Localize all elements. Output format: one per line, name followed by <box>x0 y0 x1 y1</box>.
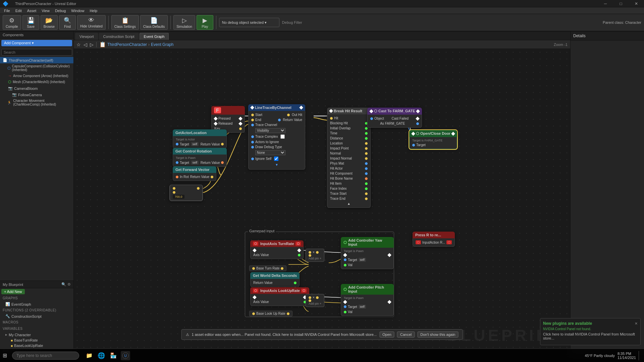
settings-my-blueprint-icon[interactable]: ⚙ <box>67 282 71 287</box>
component-item-camerabloom[interactable]: 📷 CameraBloom <box>0 85 73 92</box>
variable-base-turn-rate[interactable]: ■ BaseTurnRate <box>0 338 73 343</box>
taskbar-file-explorer[interactable]: 📁 <box>85 351 94 360</box>
find-button[interactable]: 🔍 Find <box>59 15 76 30</box>
tab-event-graph[interactable]: Event Graph <box>140 33 169 40</box>
notif-close-button[interactable]: ✕ <box>635 321 638 326</box>
pin-pitch-targetdot <box>344 305 346 308</box>
menu-file[interactable]: File <box>1 8 13 13</box>
taskbar-search[interactable] <box>12 352 79 360</box>
expand-linetrace[interactable]: ▼ <box>249 162 305 168</box>
menu-help[interactable]: Help <box>87 8 100 13</box>
class-defaults-button[interactable]: 📄 Class Defaults <box>140 15 168 30</box>
back-icon[interactable]: ◁ <box>84 42 87 47</box>
gamepad-add-pin[interactable]: Add pin + <box>309 257 321 260</box>
compile-button[interactable]: ⚙ Compile <box>3 15 21 30</box>
dont-show-button[interactable]: Don't show this again <box>417 331 458 338</box>
minimize-button[interactable]: ─ <box>598 0 613 7</box>
trace-channel-select[interactable]: Visibility <box>255 128 285 133</box>
browse-button[interactable]: 📂 Browse <box>41 15 58 30</box>
save-button[interactable]: 💾 Save <box>22 15 39 30</box>
tab-construction[interactable]: Construction Script <box>99 33 139 40</box>
gamepad-multiply[interactable]: × Add pin + <box>306 249 324 262</box>
search-my-blueprint-icon[interactable]: 🔍 <box>61 282 66 287</box>
open-asset-button[interactable]: Open <box>379 331 394 338</box>
node-linetrace[interactable]: LineTraceByChannel Start Out Hit End R <box>248 104 305 170</box>
taskbar-unreal[interactable]: U <box>121 351 130 360</box>
node-get-control-rotation[interactable]: Get Control Rotation Target is Pawn Targ… <box>173 148 227 167</box>
components-header: Components <box>0 32 73 39</box>
multiply-value-input[interactable]: 700.0 <box>173 195 184 199</box>
node-f-key[interactable]: F Pressed Released Key <box>211 106 245 133</box>
simulation-button[interactable]: ▷ Simulation <box>173 15 195 30</box>
trace-complex-check[interactable] <box>280 134 285 139</box>
base-lookup-rate-node[interactable]: Base Look Up Rate <box>249 311 292 316</box>
taskbar-store[interactable]: 🏪 <box>109 351 118 360</box>
show-desktop-button[interactable] <box>639 351 640 360</box>
break-collapse[interactable]: ▲ <box>327 201 370 206</box>
class-settings-button[interactable]: 📋 Class Settings <box>111 15 139 30</box>
menu-edit[interactable]: Edit <box>13 8 24 13</box>
menu-view[interactable]: View <box>39 8 52 13</box>
hide-unrelated-button[interactable]: 👁 Hide Unrelated <box>77 15 106 30</box>
node-open-close-door[interactable]: ⬡ Open/Close Door Target is FARM_GATE Ta… <box>409 130 457 149</box>
menu-asset[interactable]: Asset <box>24 8 39 13</box>
start-button[interactable]: ⊞ <box>0 351 9 360</box>
breadcrumb-root[interactable]: ThirdPersonCharacter <box>107 42 147 47</box>
pin-hit-component: Hit Component <box>327 171 370 176</box>
ignore-self-check[interactable] <box>274 157 278 161</box>
node-break-hit[interactable]: Break Hit Result Hit Blocking Hit Initia… <box>327 108 371 208</box>
lookup-add-pin[interactable]: Add pin + <box>309 302 321 305</box>
play-button[interactable]: ▶ Play <box>197 15 213 30</box>
node-get-actor-location[interactable]: GetActorLocation Target is Actor Target … <box>173 129 227 148</box>
blueprint-graph[interactable]: F Pressed Released Key <box>74 49 570 355</box>
node-press-r[interactable]: Press R to re... ⬡ InputAction R... ⬡ <box>413 232 455 247</box>
variable-my-character[interactable]: ▸ My Character <box>0 332 73 338</box>
pin-face-idx: Face Index <box>327 186 370 191</box>
node-add-controller-yaw[interactable]: ⬡ Add Controller Yaw Input Target is Paw… <box>341 237 394 269</box>
pin-returnval <box>278 119 281 121</box>
add-new-button[interactable]: + Add New <box>1 289 25 294</box>
maximize-button[interactable]: □ <box>613 0 629 7</box>
pin-yaw-targetdot <box>344 258 346 261</box>
taskbar-edge[interactable]: 🌐 <box>97 351 106 360</box>
node-location-header: GetActorLocation <box>173 129 227 136</box>
component-item-followcamera[interactable]: 📷 FollowCamera <box>0 92 73 98</box>
component-item-char-movement[interactable]: 🏃 Character Movement (CharMoveComp) (Inh… <box>0 98 73 107</box>
node-get-forward-vector[interactable]: Get Forward Vector In Rot Return Value <box>173 166 216 181</box>
node-add-controller-pitch[interactable]: ⬡ Add Controller Pitch Input Target is P… <box>341 284 394 316</box>
add-component-button[interactable]: Add Component ▾ <box>1 40 72 46</box>
node-input-axis-turnrate[interactable]: ⬡ InputAxis TurnRate ⬡ Axis Value <box>250 240 304 259</box>
component-item-capsule[interactable]: ⬡ CapsuleComponent (CollisionCylinder) (… <box>0 63 73 73</box>
debug-filter[interactable]: Debug Filter <box>282 20 302 24</box>
component-item-arrow[interactable]: → Arrow Component (Arrow) (Inherited) <box>0 73 73 79</box>
blueprint-construction-script[interactable]: 🔧 ConstructionScript <box>0 313 73 319</box>
bookmark-icon[interactable]: ☆ <box>76 42 81 47</box>
blueprint-event-graph[interactable]: 📊 EventGraph <box>0 301 73 307</box>
breadcrumb-child[interactable]: Event Graph <box>151 42 173 47</box>
pin-mula-dot <box>173 187 175 190</box>
component-icon-camerabloom: 📷 <box>8 86 13 90</box>
cancel-asset-button[interactable]: Cancel <box>397 331 415 338</box>
node-input-axis-lookuprate[interactable]: ⬡ InputAxis LookUpRate ⬡ Axis Value <box>250 287 309 306</box>
variable-base-lookup-rate[interactable]: ■ BaseLookUpRate <box>0 343 73 348</box>
node-multiply[interactable]: 700.0 <box>169 185 203 201</box>
component-item-mesh[interactable]: ⬡ Mesh (CharacterMesh0) (Inherited) <box>0 79 73 85</box>
lookup-multiply[interactable]: × Add pin + <box>306 294 324 307</box>
forward-icon[interactable]: ▷ <box>90 42 94 47</box>
tab-viewport[interactable]: Viewport <box>75 33 98 40</box>
base-turn-rate-node[interactable]: Base Turn Rate <box>249 265 286 271</box>
pin-pitch-execout <box>387 300 391 304</box>
multiply-value: 700.0 <box>170 194 202 199</box>
debug-type-select[interactable]: None <box>255 150 285 155</box>
component-item-self[interactable]: 📄 ThirdPersonCharacter(self) <box>0 57 73 63</box>
close-button[interactable]: ✕ <box>629 0 644 7</box>
var-icon-my-character: ▸ <box>5 333 7 337</box>
component-search[interactable] <box>1 49 72 56</box>
node-cast-farm[interactable]: ⬡ Cast To FARM_GATE Object Cast Failed A… <box>367 108 422 128</box>
pin-phys-mat: Phys Mat <box>327 161 370 166</box>
node-world-delta[interactable]: Get World Delta Seconds Return Value <box>250 272 300 287</box>
menu-debug[interactable]: Debug <box>52 8 68 13</box>
debug-dropdown[interactable]: No debug object selected ▾ <box>219 18 279 27</box>
node-break-body: Hit Blocking Hit Initial Overlap Time <box>327 114 371 208</box>
menu-window[interactable]: Window <box>68 8 87 13</box>
